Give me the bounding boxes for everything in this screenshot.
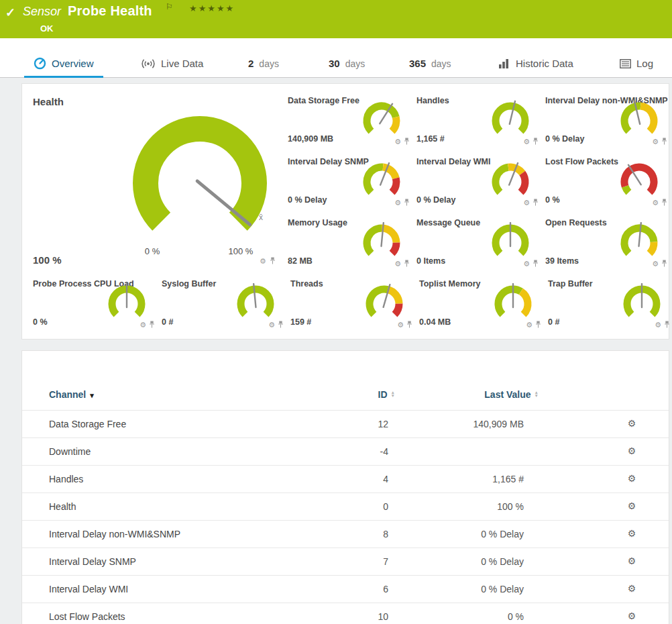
gear-icon[interactable]: ⚙ — [652, 199, 659, 207]
pin-icon[interactable] — [149, 321, 155, 329]
gear-icon[interactable]: ⚙ — [394, 260, 401, 268]
gear-icon[interactable]: ⚙ — [624, 528, 639, 539]
gauge-cell: Interval Delay WMI0 % Delay⚙ — [416, 157, 544, 215]
gear-icon[interactable]: ⚙ — [397, 321, 404, 329]
table-row[interactable]: Lost Flow Packets100 %⚙ — [22, 603, 669, 624]
pin-icon[interactable] — [270, 257, 276, 265]
table-row[interactable]: Handles41,165 #⚙ — [22, 465, 669, 492]
table-row[interactable]: Interval Delay SNMP70 % Delay⚙ — [22, 548, 669, 575]
channel-cell[interactable]: Handles — [49, 474, 83, 484]
tab-live-data[interactable]: Live Data — [131, 51, 213, 78]
gear-icon[interactable]: ⚙ — [523, 199, 530, 207]
tab-30-days[interactable]: 30 days — [319, 51, 374, 78]
table-row[interactable]: Downtime-4⚙ — [22, 437, 669, 465]
channel-cell[interactable]: Interval Delay SNMP — [49, 556, 136, 567]
tab-overview[interactable]: Overview — [24, 51, 103, 78]
tab-label: Overview — [52, 58, 94, 69]
gear-icon[interactable]: ⚙ — [624, 418, 639, 429]
gauge-cell: Interval Delay non-WMI&SNMP0 % Delay⚙ — [545, 96, 672, 154]
gear-icon[interactable]: ⚙ — [523, 138, 530, 146]
tab-number: 2 — [248, 58, 254, 69]
gauge-title: Handles — [416, 96, 449, 105]
gear-icon[interactable]: ⚙ — [652, 260, 659, 268]
table-row[interactable]: Health0100 %⚙ — [22, 492, 669, 520]
flag-icon[interactable]: ⚐ — [166, 2, 173, 11]
channel-cell[interactable]: Interval Delay non-WMI&SNMP — [49, 529, 180, 539]
gear-icon[interactable]: ⚙ — [268, 321, 275, 329]
pin-icon[interactable] — [404, 199, 410, 207]
id-cell: 8 — [290, 529, 388, 539]
last-value-cell: 1,165 # — [398, 474, 524, 484]
gear-icon[interactable]: ⚙ — [624, 446, 639, 456]
gear-icon[interactable]: ⚙ — [394, 199, 401, 207]
pin-icon[interactable] — [404, 260, 410, 268]
gauge-actions: ⚙ — [394, 260, 410, 268]
channel-cell[interactable]: Interval Delay WMI — [49, 584, 128, 594]
gear-icon[interactable]: ⚙ — [652, 138, 659, 146]
gauge-actions: ⚙ — [397, 321, 412, 329]
channel-cell[interactable]: Health — [49, 501, 76, 512]
gauge-value: 0 # — [548, 317, 559, 327]
table-row[interactable]: Data Storage Free12140,909 MB⚙ — [22, 410, 669, 437]
gauge-actions: ⚙ — [394, 199, 410, 207]
table-row[interactable]: Interval Delay WMI60 % Delay⚙ — [22, 575, 669, 603]
pin-icon[interactable] — [533, 138, 539, 146]
gear-icon[interactable]: ⚙ — [624, 583, 639, 594]
gear-icon[interactable]: ⚙ — [526, 321, 533, 329]
gear-icon[interactable]: ⚙ — [655, 321, 661, 329]
health-gauge-value: 100 % — [33, 254, 62, 266]
gauge-title: Lost Flow Packets — [545, 157, 618, 166]
overview-icon — [34, 57, 46, 70]
table-row[interactable]: Interval Delay non-WMI&SNMP80 % Delay⚙ — [22, 520, 669, 548]
last-value-cell: 0 % Delay — [398, 529, 524, 539]
pin-icon[interactable] — [278, 321, 284, 329]
pin-icon[interactable] — [533, 199, 539, 207]
column-channel[interactable]: Channel▾ — [49, 389, 94, 400]
channel-cell[interactable]: Lost Flow Packets — [49, 611, 125, 622]
gauge-value: 39 Items — [545, 256, 579, 266]
pin-icon[interactable] — [661, 199, 667, 207]
pin-icon[interactable] — [404, 138, 410, 146]
gauge-cell: Lost Flow Packets0 %⚙ — [545, 157, 672, 215]
column-last-value[interactable]: Last Value▲▼ — [411, 389, 539, 400]
gear-icon[interactable]: ⚙ — [523, 260, 530, 268]
gauge-title: Toplist Memory — [419, 279, 480, 289]
gauge-value: 0 % Delay — [416, 195, 455, 205]
gauge-value: 0 # — [162, 317, 173, 327]
gauge-value: 0 % — [545, 195, 560, 205]
pin-icon[interactable] — [406, 321, 412, 329]
gear-icon[interactable]: ⚙ — [260, 258, 266, 265]
id-cell: 12 — [290, 419, 388, 429]
gauge-title: Trap Buffer — [548, 279, 593, 289]
gear-icon[interactable]: ⚙ — [624, 556, 639, 566]
pin-icon[interactable] — [535, 321, 541, 329]
column-id[interactable]: ID▲▼ — [294, 389, 395, 400]
live-data-icon — [141, 58, 156, 69]
gear-icon[interactable]: ⚙ — [394, 138, 401, 146]
id-cell: -4 — [290, 446, 388, 457]
tab-label: days — [259, 58, 279, 69]
gear-icon[interactable]: ⚙ — [624, 501, 639, 511]
id-cell: 10 — [290, 611, 388, 622]
health-scale-max: 100 % — [221, 246, 261, 256]
gear-icon[interactable]: ⚙ — [139, 321, 146, 329]
channel-cell[interactable]: Downtime — [49, 446, 91, 457]
tab-365-days[interactable]: 365 days — [400, 51, 461, 78]
sort-arrows-icon: ▲▼ — [391, 391, 395, 397]
tab-historic-data[interactable]: Historic Data — [488, 51, 583, 78]
pin-icon[interactable] — [661, 260, 667, 268]
gear-icon[interactable]: ⚙ — [624, 473, 639, 484]
gear-icon[interactable]: ⚙ — [624, 611, 639, 621]
tab-label: Live Data — [161, 58, 203, 69]
gauge-cell: Message Queue0 Items⚙ — [416, 218, 544, 276]
pin-icon[interactable] — [664, 321, 670, 329]
column-label: ID — [378, 389, 388, 400]
priority-stars[interactable]: ★★★★★ — [189, 3, 235, 13]
tab-log[interactable]: Log — [610, 51, 663, 78]
channel-cell[interactable]: Data Storage Free — [49, 419, 126, 429]
tab-2-days[interactable]: 2 days — [239, 51, 288, 78]
pin-icon[interactable] — [533, 260, 539, 268]
gauge-cell: Trap Buffer0 #⚙ — [548, 279, 672, 337]
pin-icon[interactable] — [661, 138, 667, 146]
gauge-value: 0 Items — [416, 256, 445, 266]
